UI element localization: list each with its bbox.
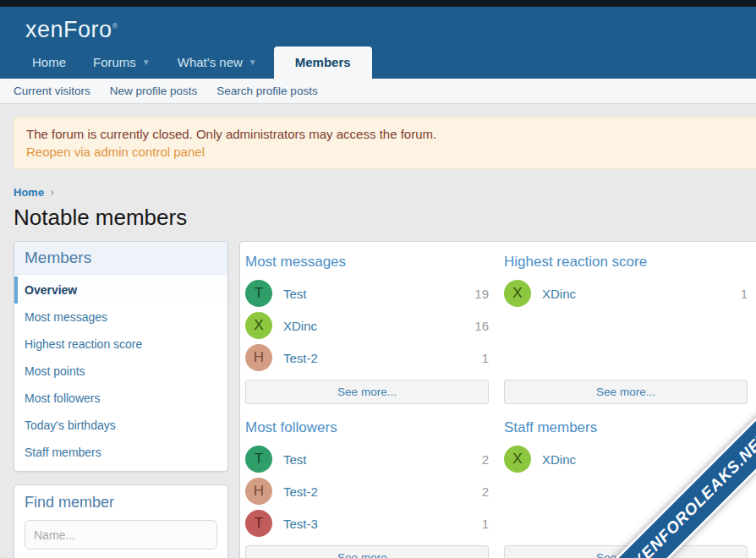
- members-block-title: Members: [14, 242, 227, 275]
- trademark-symbol: ®: [112, 22, 118, 30]
- widget-highest-reaction-score: Highest reaction score X XDinc 1 See mor…: [504, 249, 748, 404]
- widget-title: Most messages: [245, 249, 489, 277]
- member-name-link[interactable]: Test: [283, 452, 307, 467]
- widget-most-messages: Most messages T Test 19 X XDinc 16 H Tes…: [245, 249, 489, 404]
- notable-members-panel: Most messages T Test 19 X XDinc 16 H Tes…: [239, 241, 756, 558]
- widget-most-followers: Most followers T Test 2 H Test-2 2 T Tes…: [245, 414, 489, 558]
- sidebar-item-highest-reaction-score[interactable]: Highest reaction score: [14, 331, 227, 358]
- nav-tab-whats-new[interactable]: What's new▼: [164, 46, 271, 79]
- page-title: Notable members: [14, 205, 756, 231]
- sidebar: Members Overview Most messages Highest r…: [14, 241, 228, 558]
- member-name-link[interactable]: XDinc: [283, 319, 317, 333]
- member-name-link[interactable]: Test-2: [283, 484, 318, 499]
- see-more-button[interactable]: See more...: [245, 545, 489, 558]
- avatar[interactable]: H: [245, 478, 272, 505]
- avatar[interactable]: T: [245, 280, 272, 307]
- see-more-button[interactable]: See more...: [504, 545, 748, 558]
- site-header: xenForo® Home Forums▼ What's new▼ Member…: [0, 7, 756, 79]
- member-row: T Test 2: [245, 443, 489, 475]
- member-count: 2: [482, 452, 489, 467]
- member-name-link[interactable]: Test-3: [283, 517, 318, 531]
- member-row: X XDinc: [504, 443, 748, 475]
- sidebar-item-most-messages[interactable]: Most messages: [14, 304, 227, 331]
- sidebar-item-most-points[interactable]: Most points: [14, 358, 227, 385]
- widget-title: Most followers: [245, 414, 489, 443]
- subnav-search-profile-posts[interactable]: Search profile posts: [216, 85, 317, 97]
- sidebar-item-todays-birthdays[interactable]: Today's birthdays: [14, 412, 227, 439]
- member-count: 16: [474, 319, 489, 333]
- subnav-new-profile-posts[interactable]: New profile posts: [110, 85, 198, 97]
- banner-message: The forum is currently closed. Only admi…: [26, 125, 748, 143]
- members-nav-block: Members Overview Most messages Highest r…: [14, 241, 228, 472]
- main-nav: Home Forums▼ What's new▼ Members: [0, 46, 756, 79]
- member-row: H Test-2 2: [245, 475, 489, 507]
- nav-tab-forums[interactable]: Forums▼: [79, 46, 164, 79]
- chevron-down-icon: ▼: [249, 58, 257, 67]
- member-count: 19: [474, 287, 489, 301]
- avatar[interactable]: X: [504, 280, 531, 307]
- nav-tab-home[interactable]: Home: [19, 46, 79, 79]
- chevron-right-icon: ›: [50, 185, 54, 199]
- widget-title: Staff members: [504, 414, 748, 443]
- member-name-link[interactable]: XDinc: [542, 452, 576, 467]
- find-member-input[interactable]: [25, 520, 217, 550]
- member-row: T Test-3 1: [245, 507, 489, 539]
- avatar[interactable]: X: [504, 446, 531, 473]
- avatar[interactable]: T: [245, 510, 272, 537]
- content-area: Members Overview Most messages Highest r…: [14, 241, 756, 558]
- sidebar-item-most-followers[interactable]: Most followers: [14, 385, 227, 412]
- avatar[interactable]: T: [245, 446, 272, 473]
- xenforo-logo[interactable]: xenForo®: [25, 17, 118, 43]
- find-member-block: Find member: [14, 484, 228, 558]
- breadcrumb-home-link[interactable]: Home: [14, 186, 44, 199]
- sub-nav: Current visitors New profile posts Searc…: [0, 79, 756, 104]
- sidebar-item-overview[interactable]: Overview: [14, 276, 227, 304]
- member-name-link[interactable]: Test-2: [283, 351, 318, 365]
- member-count: 1: [482, 351, 489, 365]
- sidebar-item-staff-members[interactable]: Staff members: [14, 439, 227, 466]
- subnav-current-visitors[interactable]: Current visitors: [14, 85, 90, 97]
- widget-title: Highest reaction score: [504, 249, 748, 277]
- member-row: H Test-2 1: [245, 342, 489, 374]
- member-name-link[interactable]: Test: [283, 287, 307, 301]
- member-row: T Test 19: [245, 277, 489, 309]
- widget-staff-members: Staff members X XDinc See more...: [504, 414, 748, 558]
- forum-closed-banner: The forum is currently closed. Only admi…: [14, 117, 756, 169]
- nav-tab-members[interactable]: Members: [274, 46, 372, 79]
- see-more-button[interactable]: See more...: [245, 380, 489, 404]
- reopen-admin-link[interactable]: Reopen via admin control panel: [26, 145, 205, 159]
- member-row: X XDinc 16: [245, 309, 489, 342]
- avatar[interactable]: X: [245, 312, 272, 339]
- member-row: X XDinc 1: [504, 277, 748, 309]
- member-count: 2: [482, 484, 489, 499]
- member-name-link[interactable]: XDinc: [542, 287, 576, 301]
- breadcrumb: Home ›: [14, 185, 756, 199]
- chevron-down-icon: ▼: [142, 58, 151, 67]
- see-more-button[interactable]: See more...: [504, 380, 748, 404]
- member-count: 1: [741, 287, 748, 301]
- members-menu: Overview Most messages Highest reaction …: [14, 275, 227, 471]
- avatar[interactable]: H: [245, 344, 272, 371]
- member-count: 1: [482, 517, 489, 531]
- find-member-title: Find member: [25, 494, 217, 512]
- top-strip: [0, 0, 756, 7]
